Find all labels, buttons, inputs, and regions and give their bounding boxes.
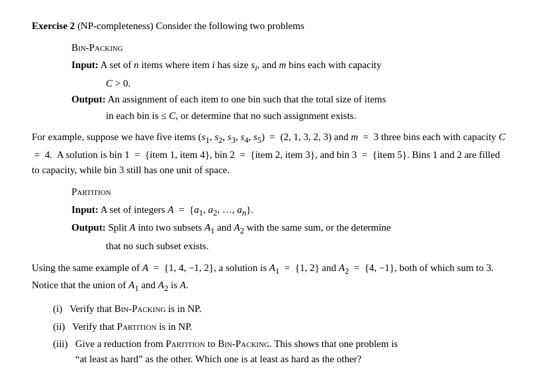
partition-output-label: Output: [71,222,106,233]
bin-packing-title: Bin-Packing [71,40,508,56]
partition-input-label: Input: [71,204,99,215]
partition-input-text: A set of integers A = {a1, a2, …, an}. [101,204,253,215]
partition-output-text: Split A into two subsets A1 and A2 with … [108,222,390,233]
exercise-number: Exercise 2 [32,20,75,31]
bin-packing-input: Input: A set of n items where item i has… [71,58,508,75]
exercise-header: Exercise 2 (NP-completeness) Consider th… [32,19,508,34]
bin-packing-output-label: Output: [71,94,106,104]
bin-packing-output: Output: An assignment of each item to on… [71,92,508,107]
partition-example: Using the same example of A = {1, 4, −1,… [32,260,508,295]
question-ii: (ii) Verify that Partition is in NP. [53,319,508,334]
exercise-type: (NP-completeness) Consider the following… [77,20,304,31]
bin-packing-input-text: A set of n items where item i has size s… [101,59,382,70]
bin-packing-input-label: Input: [71,59,99,70]
partition-block: Partition Input: A set of integers A = {… [71,184,508,254]
bin-packing-output-text: An assignment of each item to one bin su… [108,94,386,104]
bin-packing-example: For example, suppose we have five items … [32,130,508,178]
partition-input: Input: A set of integers A = {a1, a2, …,… [71,202,508,219]
bin-packing-output-cont: in each bin is ≤ C, or determine that no… [106,108,508,124]
question-iii: (iii) Give a reduction from Partition to… [53,336,508,366]
partition-output: Output: Split A into two subsets A1 and … [71,220,508,237]
partition-title: Partition [71,184,508,200]
bin-packing-block: Bin-Packing Input: A set of n items wher… [71,40,508,124]
partition-output-cont: that no such subset exists. [106,239,508,254]
bin-packing-input-cont: C > 0. [106,76,508,91]
question-i: (i) Verify that Bin-Packing is in NP. [53,301,508,317]
